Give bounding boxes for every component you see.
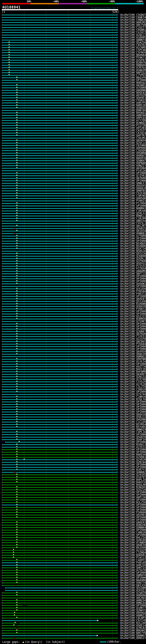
alignment-bar [2, 595, 117, 596]
alignment-arrow-inner [117, 436, 117, 438]
query-gap-marker [16, 426, 17, 427]
alignment-arrow-inner [117, 132, 117, 134]
alignment-arrow-inner [117, 600, 117, 601]
alignment-arrow-inner [117, 565, 117, 566]
alignment-arrow-inner [117, 65, 117, 66]
query-gap-marker [16, 187, 17, 188]
alignment-arrow-inner [117, 140, 117, 141]
alignment-start-tick [2, 411, 2, 413]
alignment-start-tick [2, 622, 2, 624]
alignment-arrow-inner [117, 602, 117, 603]
alignment-bar [2, 145, 117, 146]
subject-overhang-right [118, 65, 120, 65]
alignment-bar [2, 25, 117, 25]
alignment-start-tick [2, 200, 2, 202]
alignment-start-tick [2, 341, 2, 342]
alignment-start-tick [2, 612, 2, 614]
query-gap-marker [16, 504, 17, 505]
alignment-arrow-inner [117, 396, 117, 397]
alignment-start-tick [2, 283, 2, 285]
alignment-bar [2, 477, 117, 478]
alignment-start-tick [2, 168, 2, 169]
subject-overhang-right [118, 457, 120, 457]
alignment-start-tick [2, 160, 2, 162]
query-gap-marker [8, 41, 10, 42]
alignment-arrow-inner [117, 489, 117, 490]
alignment-bar [2, 494, 117, 495]
alignment-start-tick [2, 290, 2, 292]
query-gap-marker [16, 255, 17, 256]
alignment-bar [2, 454, 117, 455]
alignment-bar [2, 565, 117, 566]
alignment-arrow-inner [117, 492, 117, 493]
alignment-arrow-inner [117, 354, 117, 354]
subject-overhang-right [118, 160, 120, 161]
subject-overhang-right [118, 608, 120, 608]
alignment-arrow-inner [117, 72, 117, 73]
alignment-start-tick [2, 529, 2, 531]
query-gap-marker [16, 76, 17, 78]
query-gap-marker [16, 315, 17, 316]
alignment-arrow-inner [117, 296, 117, 297]
alignment-start-tick [2, 84, 2, 86]
query-gap-marker [16, 521, 17, 522]
alignment-start-tick [2, 24, 2, 26]
alignment-arrow-inner [117, 17, 117, 18]
alignment-bar [2, 522, 117, 523]
alignment-bar [2, 515, 117, 516]
alignment-start-tick [2, 343, 2, 345]
alignment-start-tick [2, 632, 2, 634]
alignment-start-tick [2, 449, 2, 450]
alignment-arrow-inner [117, 374, 117, 375]
query-gap-marker [16, 142, 17, 143]
alignment-bar [2, 437, 117, 438]
alignment-start-tick [2, 77, 2, 78]
query-gap-marker [16, 453, 17, 454]
query-gap-marker [16, 576, 17, 578]
alignment-bar [2, 422, 117, 422]
ruler-tick [24, 10, 24, 13]
alignment-start-tick [2, 419, 2, 420]
query-gap-marker [16, 265, 17, 266]
alignment-start-tick [2, 57, 2, 58]
alignment-bar [2, 160, 117, 161]
alignment-arrow-inner [117, 547, 117, 548]
subject-gap-marker [17, 628, 18, 628]
alignment-arrow-inner [117, 258, 117, 259]
alignment-bar [2, 500, 117, 500]
alignment-arrow-inner [117, 112, 117, 113]
alignment-arrow-inner [117, 291, 117, 292]
query-gap-marker [16, 332, 17, 334]
alignment-start-tick [2, 94, 2, 96]
alignment-bar [2, 311, 117, 312]
subject-overhang-right [118, 547, 120, 548]
alignment-bar [2, 582, 117, 583]
alignment-start-tick [2, 431, 2, 433]
alignment-arrow-inner [117, 195, 117, 196]
subject-overhang-right [118, 70, 120, 70]
alignment-bar [2, 490, 117, 490]
subject-overhang-right [118, 562, 120, 563]
alignment-arrow-inner [117, 326, 117, 327]
alignment-start-tick [2, 74, 2, 76]
subject-overhang-right [118, 140, 120, 141]
alignment-arrow-inner [117, 218, 117, 219]
query-gap-marker [16, 456, 17, 457]
alignment-arrow-inner [117, 404, 117, 405]
alignment-arrow-inner [117, 487, 117, 488]
query-gap-marker [16, 190, 17, 190]
alignment-arrow-inner [117, 622, 117, 624]
subject-overhang-right [118, 180, 120, 181]
query-gap-marker [16, 431, 17, 432]
alignment-bar [2, 128, 117, 128]
query-gap-marker [16, 147, 17, 148]
subject-overhang-right [118, 331, 120, 332]
query-gap-marker [8, 71, 10, 72]
subject-overhang-right [118, 507, 120, 508]
subject-overhang-right [118, 100, 120, 100]
alignment-bar [2, 226, 117, 226]
alignment-start-tick [2, 140, 2, 142]
alignment-start-tick [2, 439, 2, 440]
alignment-start-tick [2, 258, 2, 260]
alignment-arrow-inner [117, 95, 117, 96]
